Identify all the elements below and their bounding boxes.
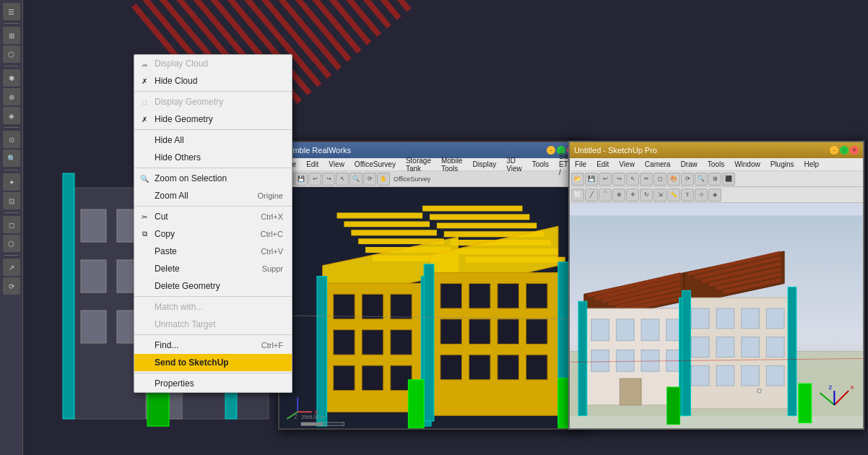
sketchup-minimize-btn[interactable]: − (830, 146, 838, 155)
su-tb-rect[interactable]: ⬜ (571, 188, 584, 202)
su-tb-move[interactable]: ✛ (626, 188, 639, 202)
ctx-hide-others[interactable]: Hide Others (134, 149, 292, 166)
cut-icon: ✂ (139, 211, 150, 222)
svg-rect-125 (578, 301, 587, 415)
su-tb-text[interactable]: T (681, 188, 694, 202)
ctx-delete[interactable]: Delete Suppr (134, 260, 292, 277)
su-menu-window[interactable]: Window (732, 160, 763, 169)
ctx-properties[interactable]: Properties (134, 375, 292, 392)
su-tb-pencil[interactable]: ✏ (640, 173, 653, 186)
su-tb-section[interactable]: ⬛ (722, 173, 735, 186)
sketchup-maximize-btn[interactable]: □ (840, 146, 849, 155)
ctx-hide-all[interactable]: Hide All (134, 131, 292, 149)
toolbar-icon-6[interactable]: ◈ (3, 107, 20, 124)
toolbar-icon-9[interactable]: ✦ (3, 173, 20, 191)
menu-display[interactable]: Display (470, 160, 498, 169)
su-tb-select[interactable]: ↖ (626, 173, 639, 186)
menu-officesurvey[interactable]: OfficeSurvey (352, 160, 398, 169)
ctx-display-cloud[interactable]: ☁ Display Cloud (134, 55, 292, 72)
su-tb-axes[interactable]: ⊹ (695, 188, 708, 202)
toolbar-icon-14[interactable]: ⟳ (3, 277, 20, 295)
toolbar-icon-7[interactable]: ⊙ (3, 131, 20, 148)
su-tb-zoom-ext[interactable]: ⊞ (708, 173, 721, 186)
su-menu-tools[interactable]: Tools (706, 160, 726, 169)
su-tb-scale[interactable]: ⇲ (654, 188, 667, 202)
su-tb-push[interactable]: ⊕ (612, 188, 625, 202)
svg-rect-53 (391, 330, 412, 355)
su-tb-arc[interactable]: ⌒ (599, 188, 612, 202)
ctx-match-with[interactable]: Match with... (134, 298, 292, 316)
toolbar-icon-13[interactable]: ↗ (3, 259, 20, 276)
sketchup-statusbar (570, 428, 863, 430)
svg-rect-115 (742, 308, 760, 329)
su-menu-plugins[interactable]: Plugins (768, 160, 797, 169)
ctx-find[interactable]: Find... Ctrl+F (134, 337, 292, 354)
ctx-zoom-all[interactable]: Zoom All Origine (134, 187, 292, 204)
tb-save[interactable]: 💾 (295, 173, 308, 186)
su-menu-view[interactable]: View (617, 160, 637, 169)
toolbar-icon-4[interactable]: ✱ (3, 69, 20, 87)
ctx-paste[interactable]: Paste Ctrl+V (134, 243, 292, 260)
sketchup-viewport[interactable]: X Z (570, 203, 863, 428)
tb-select[interactable]: ↖ (336, 173, 349, 186)
toolbar-icon-2[interactable]: ⊞ (3, 27, 20, 44)
menu-tools[interactable]: Tools (530, 160, 551, 169)
su-tb-paint[interactable]: 🎨 (667, 173, 680, 186)
su-tb-zoom-win[interactable]: 🔍 (695, 173, 708, 186)
menu-3d-view[interactable]: 3D View (504, 156, 524, 173)
ctx-copy[interactable]: ⧉ Copy Ctrl+C (134, 225, 292, 243)
tb-rotate[interactable]: ⟳ (363, 173, 376, 186)
su-tb-rotate-tool[interactable]: ↻ (640, 188, 653, 202)
su-tb-erase[interactable]: ◻ (654, 173, 667, 186)
trimble-viewport[interactable]: Z X 2566.00 m (279, 187, 580, 428)
ctx-hide-cloud[interactable]: ✗ Hide Cloud (134, 72, 292, 90)
ctx-cut[interactable]: ✂ Cut Ctrl+X (134, 208, 292, 225)
zoom-selection-icon: 🔍 (139, 173, 150, 184)
menu-view[interactable]: View (326, 160, 347, 169)
ctx-send-to-sketchup[interactable]: Send to SketchUp (134, 354, 292, 371)
trimble-minimize-btn[interactable]: − (547, 146, 555, 155)
svg-rect-70 (317, 277, 327, 427)
su-menu-edit[interactable]: Edit (594, 160, 611, 169)
su-tb-save[interactable]: 💾 (585, 173, 598, 186)
toolbar-icon-11[interactable]: ◻ (3, 216, 20, 233)
su-tb-redo[interactable]: ↪ (612, 173, 625, 186)
ctx-zoom-selection[interactable]: 🔍 Zoom on Selection (134, 170, 292, 187)
trimble-realworks-window: Trimble RealWorks − □ ✕ File Edit View O… (278, 141, 581, 430)
ctx-display-geometry[interactable]: □ Display Geometry (134, 93, 292, 110)
tb-zoom[interactable]: 🔍 (350, 173, 363, 186)
su-menu-help[interactable]: Help (802, 160, 822, 169)
tb-pan[interactable]: ✋ (377, 173, 390, 186)
toolbar-icon-10[interactable]: ⊡ (3, 192, 20, 209)
tb-redo[interactable]: ↪ (322, 173, 335, 186)
toolbar-separator-5 (4, 212, 19, 213)
svg-rect-51 (334, 330, 355, 355)
su-tb-line[interactable]: ╱ (585, 188, 598, 202)
su-tb-comp[interactable]: ◈ (708, 188, 721, 202)
su-menu-camera[interactable]: Camera (643, 160, 673, 169)
su-tb-measure[interactable]: 📏 (667, 188, 680, 202)
toolbar-icon-5[interactable]: ⊕ (3, 88, 20, 105)
su-tb-open[interactable]: 📂 (571, 173, 584, 186)
sketchup-close-btn[interactable]: ✕ (850, 146, 859, 155)
menu-edit[interactable]: Edit (304, 160, 321, 169)
ctx-unmatch-target[interactable]: Unmatch Target (134, 316, 292, 333)
svg-rect-21 (81, 260, 106, 292)
ctx-hide-geometry[interactable]: ✗ Hide Geometry (134, 110, 292, 128)
su-tb-undo[interactable]: ↩ (599, 173, 612, 186)
svg-rect-111 (620, 378, 641, 405)
svg-rect-64 (498, 319, 519, 344)
ctx-delete-geometry[interactable]: Delete Geometry (134, 277, 292, 295)
svg-rect-54 (334, 365, 355, 391)
menu-storage-tank[interactable]: Storage Tank (404, 156, 433, 173)
su-menu-draw[interactable]: Draw (678, 160, 699, 169)
tb-undo[interactable]: ↩ (308, 173, 321, 186)
toolbar-icon-12[interactable]: ⬡ (3, 235, 20, 252)
toolbar-separator-3 (4, 127, 19, 128)
su-tb-orbit[interactable]: ⟳ (681, 173, 694, 186)
toolbar-icon-3[interactable]: ⬡ (3, 46, 20, 63)
toolbar-icon-1[interactable]: ☰ (3, 3, 20, 20)
toolbar-icon-8[interactable]: 🔍 (3, 150, 20, 167)
menu-mobile-tools[interactable]: Mobile Tools (439, 156, 464, 173)
su-menu-file[interactable]: File (573, 160, 589, 169)
